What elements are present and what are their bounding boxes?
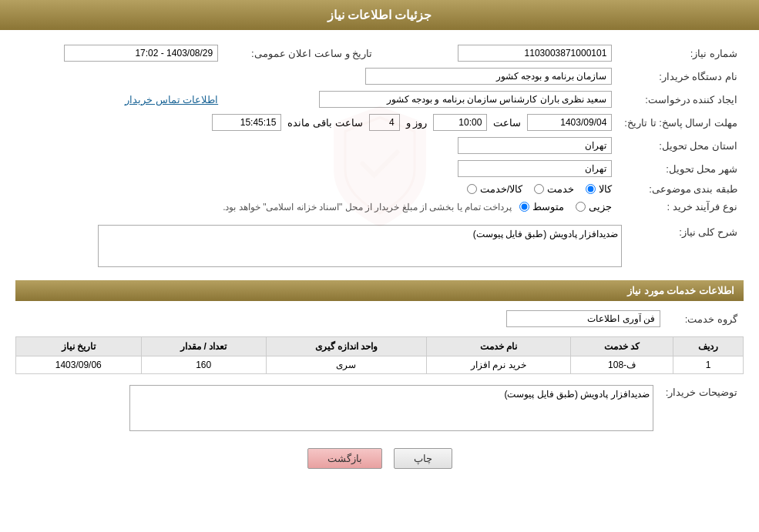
purchase-jozii-item: جزیی — [576, 201, 612, 212]
category-kala-item: کالا — [586, 183, 612, 195]
purchase-type-row: جزیی متوسط پرداخت تمام یا بخشی از مبلغ خ… — [15, 198, 618, 216]
table-header-row: ردیف — [673, 337, 744, 356]
need-number-value — [409, 42, 618, 65]
table-header-unit: واحد اندازه گیری — [266, 337, 426, 356]
row-date: 1403/09/06 — [16, 356, 142, 374]
category-khedmat-label: خدمت — [547, 183, 574, 195]
back-button[interactable]: بازگشت — [307, 448, 382, 469]
purchase-jozii-label: جزیی — [589, 201, 612, 212]
row-code: ف-108 — [570, 356, 673, 374]
content-area: شماره نیاز: تاریخ و ساعت اعلان عمومی: نا… — [0, 30, 759, 492]
deadline-row: ساعت روز و ساعت باقی مانده — [15, 111, 618, 134]
category-options: کالا خدمت کالا/خدمت — [15, 180, 618, 198]
category-kala-radio[interactable] — [586, 184, 596, 194]
province-value — [15, 134, 618, 157]
category-kala-khedmat-label: کالا/خدمت — [480, 183, 523, 195]
page-container: جزئیات اطلاعات نیاز شماره نیاز: تاریخ و … — [0, 0, 759, 532]
row-number: 1 — [673, 356, 744, 374]
announce-label: تاریخ و ساعت اعلان عمومی: — [224, 42, 378, 65]
buttons-row: چاپ بازگشت — [15, 448, 744, 469]
row-unit: سری — [266, 356, 426, 374]
deadline-time-label: ساعت — [493, 117, 521, 129]
purchase-motavsat-item: متوسط — [519, 201, 564, 212]
buyer-org-input[interactable] — [365, 68, 612, 85]
city-label: شهر محل تحویل: — [618, 157, 744, 180]
row-qty: 160 — [141, 356, 266, 374]
buyer-desc-value — [15, 382, 660, 437]
page-title: جزئیات اطلاعات نیاز — [327, 8, 432, 22]
province-input[interactable] — [458, 137, 612, 154]
buyer-desc-label: توضیحات خریدار: — [660, 382, 744, 437]
service-group-input[interactable] — [506, 310, 660, 327]
creator-label: ایجاد کننده درخواست: — [618, 88, 744, 111]
buyer-desc-textarea[interactable] — [129, 385, 653, 431]
need-desc-label: شرح کلی نیاز: — [628, 222, 744, 273]
services-section-header: اطلاعات خدمات مورد نیاز — [15, 280, 744, 301]
table-header-date: تاریخ نیاز — [16, 337, 142, 356]
need-desc-textarea[interactable] — [98, 225, 622, 267]
purchase-type-label: نوع فرآیند خرید : — [618, 198, 744, 216]
deadline-days-input[interactable] — [369, 114, 400, 131]
category-kala-khedmat-radio[interactable] — [467, 184, 477, 194]
purchase-motavsat-radio[interactable] — [519, 202, 529, 212]
buyer-desc-table: توضیحات خریدار: — [15, 382, 744, 437]
deadline-remaining-input[interactable] — [212, 114, 281, 131]
category-kala-label: کالا — [599, 183, 612, 195]
deadline-date-input[interactable] — [527, 114, 612, 131]
table-header-name: نام خدمت — [426, 337, 570, 356]
print-button[interactable]: چاپ — [394, 448, 452, 469]
category-label: طبقه بندی موضوعی: — [618, 180, 744, 198]
main-info-table: شماره نیاز: تاریخ و ساعت اعلان عمومی: نا… — [15, 42, 744, 216]
creator-value — [224, 88, 618, 111]
purchase-type-note: پرداخت تمام یا بخشی از مبلغ خریدار از مح… — [223, 202, 512, 212]
service-group-table: گروه خدمت: — [15, 307, 744, 330]
services-table: ردیف کد خدمت نام خدمت واحد اندازه گیری ت… — [15, 336, 744, 374]
table-header-qty: تعداد / مقدار — [141, 337, 266, 356]
creator-link-cell: اطلاعات تماس خریدار — [15, 88, 224, 111]
service-group-value — [15, 307, 667, 330]
category-kala-khedmat-item: کالا/خدمت — [467, 183, 523, 195]
province-label: استان محل تحویل: — [618, 134, 744, 157]
category-khedmat-item: خدمت — [534, 183, 574, 195]
city-input[interactable] — [458, 160, 612, 177]
city-value — [15, 157, 618, 180]
deadline-time-input[interactable] — [433, 114, 487, 131]
announce-value — [15, 42, 224, 65]
table-header-code: کد خدمت — [570, 337, 673, 356]
purchase-jozii-radio[interactable] — [576, 202, 586, 212]
need-number-label: شماره نیاز: — [618, 42, 744, 65]
category-khedmat-radio[interactable] — [534, 184, 544, 194]
creator-contact-link[interactable]: اطلاعات تماس خریدار — [125, 94, 218, 105]
need-number-input[interactable] — [458, 45, 612, 62]
page-header: جزئیات اطلاعات نیاز — [0, 0, 759, 30]
buyer-org-label: نام دستگاه خریدار: — [618, 65, 744, 88]
creator-input[interactable] — [319, 91, 612, 108]
service-group-label: گروه خدمت: — [667, 307, 744, 330]
announce-input[interactable] — [64, 45, 218, 62]
deadline-label: مهلت ارسال پاسخ: تا تاریخ: — [618, 111, 744, 134]
services-section-title: اطلاعات خدمات مورد نیاز — [627, 285, 734, 296]
deadline-days-label: روز و — [406, 117, 428, 129]
row-name: خرید نرم افزار — [426, 356, 570, 374]
need-desc-value — [15, 222, 628, 273]
purchase-motavsat-label: متوسط — [532, 201, 564, 212]
deadline-remaining-label: ساعت باقی مانده — [287, 117, 362, 129]
table-row: 1 ف-108 خرید نرم افزار سری 160 1403/09/0… — [16, 356, 744, 374]
description-table: شرح کلی نیاز: — [15, 222, 744, 273]
buyer-org-value — [15, 65, 618, 88]
